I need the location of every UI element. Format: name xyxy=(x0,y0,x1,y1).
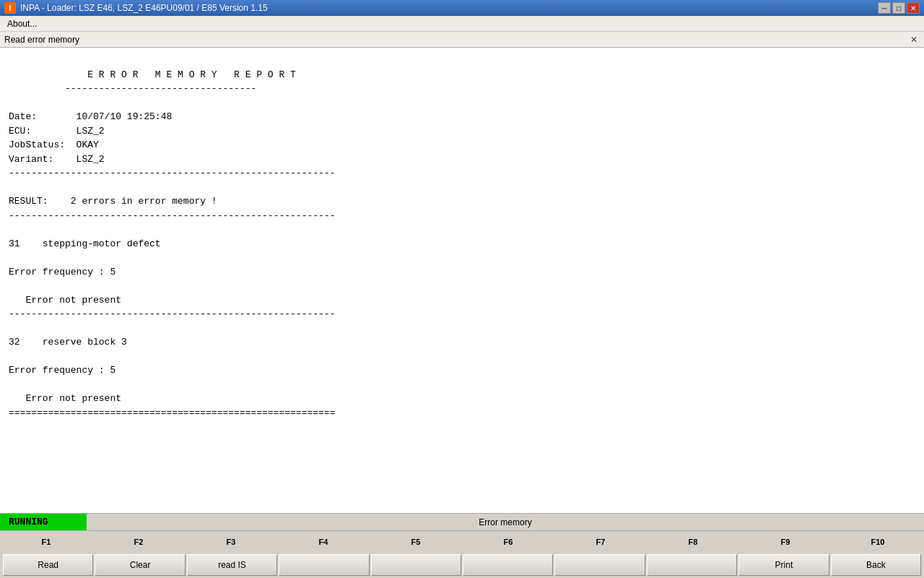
fkey-label-f3: F3 xyxy=(185,538,277,546)
maximize-button[interactable]: □ xyxy=(892,2,905,14)
fkey-clear-button[interactable]: Clear xyxy=(95,554,185,576)
panel-title: Read error memory xyxy=(4,35,79,45)
fkey-label-f2: F2 xyxy=(92,538,185,546)
panel-close-button[interactable]: ✕ xyxy=(908,35,920,45)
fkey-print-button[interactable]: Print xyxy=(738,554,829,576)
title-bar-title: I INPA - Loader: LSZ E46, LSZ_2 E46PU09/… xyxy=(4,2,268,14)
fkey-f5-button xyxy=(371,554,461,576)
title-text: INPA - Loader: LSZ E46, LSZ_2 E46PU09/01… xyxy=(20,3,268,13)
running-status: RUNNING xyxy=(0,514,87,530)
fkey-back-button[interactable]: Back xyxy=(831,554,921,576)
fkey-label-f10: F10 xyxy=(832,538,924,546)
fkey-f8-button xyxy=(647,554,737,576)
fkey-label-f4: F4 xyxy=(277,538,370,546)
fkey-label-bar: F1 F2 F3 F4 F5 F6 F7 F8 F9 F10 xyxy=(0,530,924,552)
fkey-read-button[interactable]: Read xyxy=(3,554,93,576)
report-text: E R R O R M E M O R Y R E P O R T ------… xyxy=(9,69,335,418)
fkey-button-bar: Read Clear read IS Print Back xyxy=(0,552,924,578)
fkey-read-is-button[interactable]: read IS xyxy=(187,554,277,576)
minimize-button[interactable]: ─ xyxy=(878,2,891,14)
content-wrapper: E R R O R M E M O R Y R E P O R T ------… xyxy=(0,48,924,513)
app-icon: I xyxy=(4,2,16,14)
error-report-content[interactable]: E R R O R M E M O R Y R E P O R T ------… xyxy=(0,48,924,513)
fkey-label-f7: F7 xyxy=(554,538,647,546)
close-button[interactable]: ✕ xyxy=(907,2,920,14)
fkey-label-f1: F1 xyxy=(0,538,92,546)
title-bar: I INPA - Loader: LSZ E46, LSZ_2 E46PU09/… xyxy=(0,0,924,16)
fkey-f4-button xyxy=(279,554,369,576)
status-bar: RUNNING Error memory xyxy=(0,513,924,530)
fkey-label-f9: F9 xyxy=(739,538,832,546)
panel-header: Read error memory ✕ xyxy=(0,32,924,48)
title-bar-controls: ─ □ ✕ xyxy=(878,2,920,14)
fkey-label-f5: F5 xyxy=(370,538,462,546)
fkey-label-f8: F8 xyxy=(647,538,739,546)
fkey-f7-button xyxy=(554,554,645,576)
menu-item-about[interactable]: About... xyxy=(3,17,41,30)
menu-bar: About... xyxy=(0,16,924,32)
fkey-label-f6: F6 xyxy=(462,538,554,546)
status-center-label: Error memory xyxy=(87,517,924,527)
fkey-f6-button xyxy=(463,554,553,576)
